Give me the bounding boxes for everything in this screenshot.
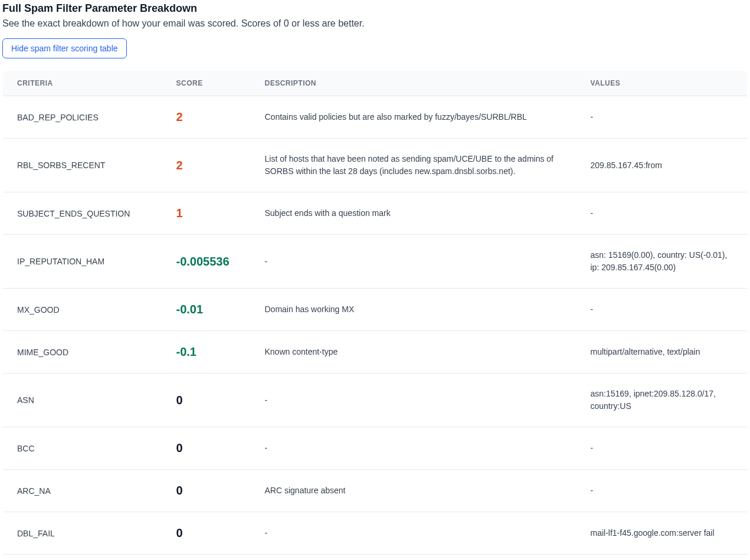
table-row: SUBJECT_ENDS_QUESTION1Subject ends with … (3, 192, 748, 235)
table-row: MIME_GOOD-0.1Known content-typemultipart… (3, 331, 748, 374)
description-cell: Contains valid policies but are also mar… (251, 96, 577, 139)
criteria-cell: ARC_NA (3, 470, 162, 512)
values-cell: asn:15169, ipnet:209.85.128.0/17, countr… (577, 374, 748, 427)
score-cell: 0 (162, 470, 251, 512)
col-header-description: DESCRIPTION (251, 71, 577, 96)
description-cell: - (251, 512, 577, 555)
col-header-criteria: CRITERIA (3, 71, 162, 96)
spam-filter-table: CRITERIA SCORE DESCRIPTION VALUES BAD_RE… (2, 70, 748, 560)
criteria-cell: RBL_SORBS_RECENT (3, 139, 162, 192)
description-cell: ARC signature absent (251, 470, 577, 512)
page-title: Full Spam Filter Parameter Breakdown (2, 2, 748, 15)
criteria-cell: IP_REPUTATION_HAM (3, 235, 162, 289)
values-cell: - (577, 470, 748, 512)
table-row: BAD_REP_POLICIES2Contains valid policies… (3, 96, 748, 139)
description-cell: - (251, 555, 577, 561)
values-cell: - (577, 192, 748, 235)
score-cell: 0 (162, 555, 251, 561)
description-cell: - (251, 374, 577, 427)
description-cell: Known content-type (251, 331, 577, 374)
table-row: DBL_FAIL0-mail-lf1-f45.google.com:server… (3, 512, 748, 555)
criteria-cell: BAD_REP_POLICIES (3, 96, 162, 139)
values-cell: - (577, 96, 748, 139)
criteria-cell: DBL_FAIL (3, 512, 162, 555)
score-cell: -0.005536 (162, 235, 251, 289)
hide-table-button[interactable]: Hide spam filter scoring table (2, 38, 127, 58)
score-cell: -0.1 (162, 331, 251, 374)
criteria-cell: SUBJECT_ENDS_QUESTION (3, 192, 162, 235)
description-cell: - (251, 427, 577, 470)
score-cell: 2 (162, 139, 251, 192)
values-cell: 209.85.167.45:from (577, 139, 748, 192)
criteria-cell: MX_GOOD (3, 289, 162, 331)
score-cell: 0 (162, 374, 251, 427)
criteria-cell: ARC_SIGNED (3, 555, 162, 561)
description-cell: Subject ends with a question mark (251, 192, 577, 235)
score-cell: 0 (162, 512, 251, 555)
table-row: ASN0-asn:15169, ipnet:209.85.128.0/17, c… (3, 374, 748, 427)
criteria-cell: MIME_GOOD (3, 331, 162, 374)
table-row: IP_REPUTATION_HAM-0.005536-asn: 15169(0.… (3, 235, 748, 289)
score-cell: 2 (162, 96, 251, 139)
values-cell: - (577, 289, 748, 331)
values-cell: multipart/alternative, text/plain (577, 331, 748, 374)
criteria-cell: BCC (3, 427, 162, 470)
score-cell: 1 (162, 192, 251, 235)
values-cell: eguardtest.com:s=dkim:i=1 (577, 555, 748, 561)
description-cell: Domain has working MX (251, 289, 577, 331)
page-subtitle: See the exact breakdown of how your emai… (2, 18, 748, 29)
table-row: MX_GOOD-0.01Domain has working MX- (3, 289, 748, 331)
values-cell: asn: 15169(0.00), country: US(-0.01), ip… (577, 235, 748, 289)
values-cell: - (577, 427, 748, 470)
table-row: BCC0-- (3, 427, 748, 470)
table-header-row: CRITERIA SCORE DESCRIPTION VALUES (3, 71, 748, 96)
table-row: ARC_NA0ARC signature absent- (3, 470, 748, 512)
col-header-score: SCORE (162, 71, 251, 96)
table-row: RBL_SORBS_RECENT2List of hosts that have… (3, 139, 748, 192)
score-cell: 0 (162, 427, 251, 470)
description-cell: List of hosts that have been noted as se… (251, 139, 577, 192)
criteria-cell: ASN (3, 374, 162, 427)
description-cell: - (251, 235, 577, 289)
score-cell: -0.01 (162, 289, 251, 331)
table-row: ARC_SIGNED0-eguardtest.com:s=dkim:i=1 (3, 555, 748, 561)
col-header-values: VALUES (577, 71, 748, 96)
values-cell: mail-lf1-f45.google.com:server fail (577, 512, 748, 555)
